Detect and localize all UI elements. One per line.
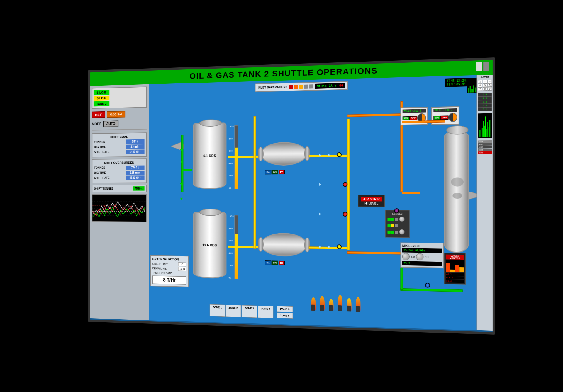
ll-3-3 xyxy=(395,231,398,234)
shift-overburden-title: SHIFT OVERBURDEN xyxy=(94,161,145,165)
grade-selection: GRADE SELECTION GRADE LINE: C DRAW LINE:… xyxy=(150,255,189,287)
separator2-body xyxy=(261,233,307,257)
inlet-lights xyxy=(289,84,313,89)
separator1-body xyxy=(261,142,307,166)
level-lights-1 xyxy=(387,218,398,221)
tank-2-label: TANK 2 xyxy=(94,101,109,106)
knob-2 xyxy=(399,229,405,235)
tank2-label: 13.6 DDS xyxy=(202,243,217,247)
frp-4: 4 xyxy=(478,83,482,87)
tank1-body: 6.1 DDS xyxy=(193,122,227,189)
coal-digtime-value: 23 min xyxy=(126,144,145,149)
ba-btn-bottom[interactable]: BA xyxy=(265,260,271,265)
valve-red-2 xyxy=(343,212,347,217)
mode-value: AUTO xyxy=(103,120,118,127)
arrow-down-4 xyxy=(180,198,183,200)
shift-coal-title: SHIFT COAL xyxy=(94,135,145,139)
pipe-orange-h-1 xyxy=(347,113,402,117)
title-indicators xyxy=(476,62,489,71)
zone-2: ZONE 2 xyxy=(225,305,241,317)
flame-5-base xyxy=(347,306,351,312)
lm-bar-3 xyxy=(455,265,459,272)
grade-title: GRADE SELECTION xyxy=(152,258,186,261)
valve-ctrl-2-title: VALVE CTRL 3 xyxy=(433,108,457,112)
zone-3: ZONE 3 xyxy=(242,305,257,318)
zone-group-2: ZONE 5 ZONE 6 xyxy=(277,306,293,319)
ba-btn-top[interactable]: BA xyxy=(265,170,271,174)
pipe-h-2 xyxy=(228,246,262,248)
frp-s4: 4092 xyxy=(478,149,492,151)
inlet-blink: 00 xyxy=(339,83,343,88)
ll-2-3 xyxy=(395,224,398,227)
far-right-panel: S-STRIP 1 2 3 4 5 6 7 8 9 1.0 2.3 0.8 1.… xyxy=(476,75,492,331)
zones-area: ZONE 1 ZONE 2 ZONE 3 ZONE 4 ZONE 5 ZONE … xyxy=(210,304,293,319)
oeg-set-button[interactable]: O&G Set xyxy=(107,111,125,118)
vc1-on[interactable]: ON xyxy=(403,116,409,120)
pipe-green-h1 xyxy=(181,169,192,171)
vc2-on[interactable]: ON xyxy=(433,115,440,120)
main-area: SILO B SILO R TANK 2 M3-F O&G Set MODE A… xyxy=(90,75,493,331)
frp-bar-chart xyxy=(478,113,492,138)
vc2-off[interactable]: OFF xyxy=(440,115,449,120)
frp-s2: 4042 xyxy=(478,143,492,146)
frp-s1: 6074 xyxy=(478,140,492,143)
level-row-3 xyxy=(387,229,407,235)
lm-val-2: 0.0.3 xyxy=(446,276,464,279)
mix-levels-title: MIX LEVELS xyxy=(402,244,442,248)
ll-1-3 xyxy=(395,218,398,221)
dn-btn-top[interactable]: DN xyxy=(272,170,278,174)
air-strip-line2: HI LEVEL xyxy=(361,202,382,205)
valve-blue-1 xyxy=(425,283,430,288)
coal-tonnes-row: TONNES 354 t xyxy=(94,139,145,144)
valve-yellow-2 xyxy=(337,244,342,249)
knob-1 xyxy=(399,217,405,222)
mix-knob2-val: AC xyxy=(425,255,428,259)
vc1-off[interactable]: OFF xyxy=(409,116,417,120)
ob-tonnes-value: 7764 t xyxy=(126,166,145,170)
tank2-top xyxy=(199,209,222,216)
inlet-light-3 xyxy=(299,85,303,89)
m3f-button[interactable]: M3-F xyxy=(92,111,105,118)
mode-row: MODE AUTO xyxy=(92,120,147,127)
ob-tonnes-label: TONNES xyxy=(94,166,105,169)
divider-1 xyxy=(92,129,147,131)
ll-2-2 xyxy=(391,224,394,227)
level-row-1 xyxy=(387,217,407,223)
frp-8: 8 xyxy=(483,87,487,91)
mix-knob-2[interactable] xyxy=(416,253,423,260)
separator2-right-cap xyxy=(304,238,310,253)
chart-area xyxy=(92,194,147,222)
frp-s5: 4094 xyxy=(478,151,492,154)
tank2-container: 100.0 80.0 60.0 40.0 20.0 0.0 13.6 DDS xyxy=(193,212,227,279)
dn-btn-bottom[interactable]: DN xyxy=(272,260,278,265)
mix-levels-panel: MIX LEVELS 35.26% 09/09% 5.0 AC 75.2 xyxy=(400,242,444,268)
shift-coal-panel: SHIFT COAL TONNES 354 t DIG TIME 23 min … xyxy=(92,132,147,157)
zone-6: ZONE 6 xyxy=(277,313,293,319)
es-btn-top[interactable]: ES xyxy=(279,170,284,174)
flame-2 xyxy=(319,293,325,311)
zone-5: ZONE 5 xyxy=(277,306,293,312)
flame-5 xyxy=(346,294,352,312)
frp-d4: 1.5 xyxy=(478,104,492,108)
levels-monitor-bar xyxy=(446,260,464,272)
ob-digtime-value: 118 min xyxy=(126,171,145,175)
grade-line-label: GRADE LINE: xyxy=(152,263,168,266)
frp-3: 3 xyxy=(487,80,492,83)
es-btn-bottom[interactable]: ES xyxy=(279,261,284,265)
level-panel: LEVELS xyxy=(385,210,410,238)
ll-2-1 xyxy=(387,224,390,227)
pipe-v-3 xyxy=(347,119,350,250)
sep-top-cap xyxy=(446,125,468,135)
ll-3-1 xyxy=(387,231,390,234)
frp-d3: 0.8 xyxy=(478,100,492,104)
tank1-gauge-fill xyxy=(235,148,238,189)
coal-digtime-label: DIG TIME xyxy=(94,146,106,149)
draw-line-value: 23-B xyxy=(178,267,186,271)
tank-rate-label: TANK L215 RATE xyxy=(152,272,186,275)
mix-knob-1[interactable] xyxy=(402,253,410,260)
ba-dn-es-bottom: BA DN ES xyxy=(265,260,285,265)
shift-overburden-panel: SHIFT OVERBURDEN TONNES 7764 t DIG TIME … xyxy=(92,158,147,183)
grade-line-row: GRADE LINE: C xyxy=(152,262,186,267)
mix-knob1-val: 5.0 xyxy=(411,255,415,258)
coal-rate-row: SHIFT RATE 1483 t/hr xyxy=(94,149,145,154)
